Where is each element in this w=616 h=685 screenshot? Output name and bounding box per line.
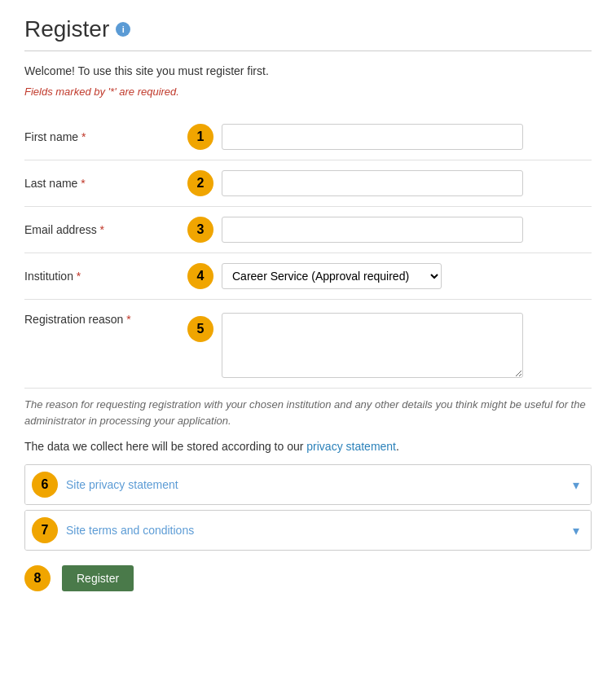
lastname-row: Last name * 2 xyxy=(24,160,592,207)
privacy-text-before: The data we collect here will be stored … xyxy=(24,440,306,453)
step-badge-7: 7 xyxy=(32,517,58,543)
firstname-label: First name * xyxy=(24,130,187,143)
step-badge-6: 6 xyxy=(32,472,58,498)
terms-accordion-label: Site terms and conditions xyxy=(66,516,561,545)
institution-label: Institution * xyxy=(24,270,187,283)
terms-accordion-header[interactable]: 7 Site terms and conditions ▾ xyxy=(25,511,591,550)
institution-required-star: * xyxy=(77,270,81,283)
privacy-accordion-chevron: ▾ xyxy=(561,469,591,501)
firstname-input[interactable] xyxy=(222,124,523,150)
step-badge-8: 8 xyxy=(24,565,51,591)
institution-row: Institution * 4 Career Service (Approval… xyxy=(24,253,592,300)
page-title: Register xyxy=(24,16,109,42)
lastname-input[interactable] xyxy=(222,170,523,196)
step-badge-1: 1 xyxy=(187,124,213,150)
header-divider xyxy=(24,50,592,51)
terms-accordion: 7 Site terms and conditions ▾ xyxy=(24,510,592,551)
email-required-star: * xyxy=(100,223,104,236)
reason-label: Registration reason * xyxy=(24,313,187,326)
firstname-required-star: * xyxy=(81,130,86,143)
reason-row: Registration reason * 5 xyxy=(24,300,592,389)
step-badge-5: 5 xyxy=(187,316,213,342)
email-row: Email address * 3 xyxy=(24,207,592,253)
privacy-accordion-label: Site privacy statement xyxy=(66,470,561,499)
privacy-accordion: 6 Site privacy statement ▾ xyxy=(24,464,592,505)
welcome-message: Welcome! To use this site you must regis… xyxy=(24,64,592,77)
reason-textarea[interactable] xyxy=(222,313,523,378)
reason-help-text: The reason for requesting registration w… xyxy=(24,397,592,428)
register-button[interactable]: Register xyxy=(62,565,134,591)
firstname-row: First name * 1 xyxy=(24,114,592,160)
privacy-link[interactable]: privacy statement xyxy=(306,440,396,453)
reason-required-star: * xyxy=(126,313,130,326)
step-badge-3: 3 xyxy=(187,217,213,243)
terms-accordion-chevron: ▾ xyxy=(561,515,591,547)
info-icon[interactable]: i xyxy=(116,22,130,37)
step-badge-4: 4 xyxy=(187,263,213,289)
institution-select[interactable]: Career Service (Approval required) xyxy=(222,263,442,289)
email-label: Email address * xyxy=(24,223,187,236)
privacy-text-after: . xyxy=(396,440,399,453)
lastname-label: Last name * xyxy=(24,177,187,190)
email-input[interactable] xyxy=(222,217,523,243)
required-note: Fields marked by '*' are required. xyxy=(24,86,592,98)
lastname-required-star: * xyxy=(81,177,85,190)
step-badge-2: 2 xyxy=(187,170,213,196)
privacy-accordion-header[interactable]: 6 Site privacy statement ▾ xyxy=(25,465,591,504)
submit-row: 8 Register xyxy=(24,565,592,591)
privacy-text: The data we collect here will be stored … xyxy=(24,440,592,453)
